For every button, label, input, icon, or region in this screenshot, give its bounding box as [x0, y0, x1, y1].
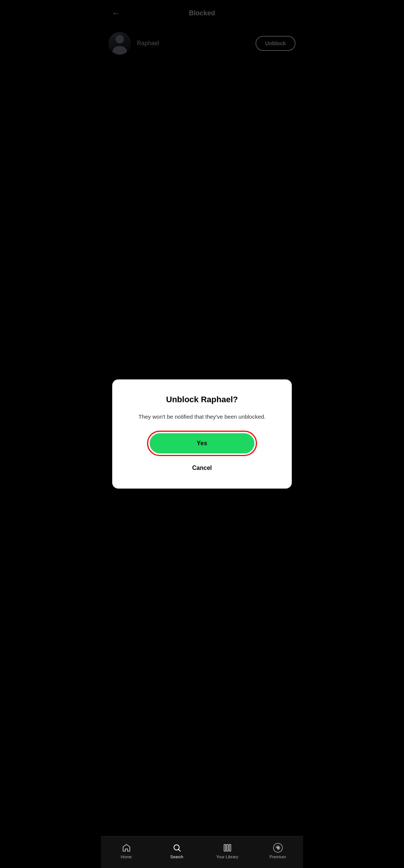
modal-description: They won't be notified that they've been… [138, 413, 266, 421]
nav-label-library: Your Library [216, 855, 238, 859]
nav-label-home: Home [121, 855, 132, 859]
svg-rect-1 [224, 844, 226, 851]
modal-dialog: Unblock Raphael? They won't be notified … [112, 379, 292, 488]
nav-item-premium[interactable]: Premium [252, 841, 303, 861]
nav-item-home[interactable]: Home [101, 841, 152, 861]
nav-item-library[interactable]: Your Library [202, 841, 252, 861]
svg-rect-2 [227, 844, 228, 851]
search-icon [172, 843, 182, 853]
nav-label-premium: Premium [269, 855, 286, 859]
home-icon [121, 843, 132, 853]
nav-label-search: Search [170, 855, 183, 859]
modal-overlay: Unblock Raphael? They won't be notified … [101, 0, 303, 868]
library-icon [222, 843, 233, 853]
yes-button[interactable]: Yes [150, 433, 254, 453]
modal-title: Unblock Raphael? [166, 394, 238, 405]
bottom-nav: Home Search Your Library [101, 836, 303, 868]
cancel-button[interactable]: Cancel [185, 461, 219, 475]
nav-item-search[interactable]: Search [152, 841, 202, 861]
premium-icon [273, 843, 283, 853]
yes-button-highlight: Yes [150, 433, 254, 453]
svg-point-5 [277, 847, 279, 849]
svg-rect-3 [229, 844, 231, 851]
